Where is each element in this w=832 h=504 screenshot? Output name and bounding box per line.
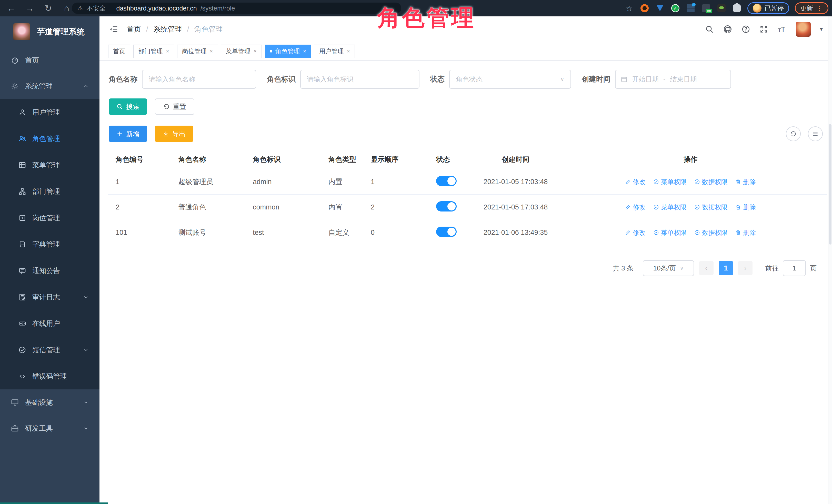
breadcrumb-system[interactable]: 系统管理 xyxy=(153,24,182,34)
sidebar-item-roles[interactable]: 角色管理 xyxy=(0,125,100,152)
github-icon[interactable] xyxy=(723,25,732,34)
extension-orange-icon[interactable] xyxy=(640,3,649,13)
menu-permission-action[interactable]: 菜单权限 xyxy=(653,178,686,186)
sidebar-item-system[interactable]: 系统管理 xyxy=(0,73,100,99)
tab-user[interactable]: 用户管理× xyxy=(314,45,355,58)
circle-check-icon xyxy=(653,204,659,210)
sidebar-item-dev-tools[interactable]: 研发工具 xyxy=(0,415,100,441)
breadcrumb-home[interactable]: 首页 xyxy=(127,24,141,34)
edit-action[interactable]: 修改 xyxy=(625,178,646,186)
status-toggle[interactable] xyxy=(436,176,457,186)
home-icon[interactable]: ⌂ xyxy=(61,3,72,13)
back-icon[interactable]: ← xyxy=(6,3,17,13)
caret-down-icon[interactable]: ▾ xyxy=(820,26,823,32)
tab-menu[interactable]: 菜单管理× xyxy=(221,45,262,58)
menu-permission-action[interactable]: 菜单权限 xyxy=(653,229,686,237)
help-icon[interactable] xyxy=(742,25,750,33)
sidebar-item-home[interactable]: 首页 xyxy=(0,47,100,73)
date-range-picker[interactable]: 开始日期 - 结束日期 xyxy=(615,70,731,89)
role-name-label: 角色名称 xyxy=(109,74,137,84)
sidebar-item-audit-log[interactable]: 审计日志 xyxy=(0,284,100,310)
svg-text:T: T xyxy=(781,25,785,33)
close-icon[interactable]: × xyxy=(254,48,257,55)
sidebar-collapse-icon[interactable] xyxy=(109,24,119,34)
extension-monkey-icon[interactable] xyxy=(717,3,726,13)
online-icon xyxy=(19,320,26,327)
table-row: 1 超级管理员 admin 内置 1 2021-01-05 17:03:48 修… xyxy=(108,169,827,194)
briefcase-icon xyxy=(11,424,19,432)
column-settings-button[interactable] xyxy=(808,126,823,141)
sidebar-item-dict[interactable]: 字典管理 xyxy=(0,231,100,257)
tab-role[interactable]: 角色管理× xyxy=(265,45,311,58)
bookmark-star-icon[interactable]: ☆ xyxy=(624,3,634,13)
extensions-puzzle-icon[interactable] xyxy=(732,3,742,13)
date-end-placeholder[interactable]: 结束日期 xyxy=(670,75,697,84)
data-permission-action[interactable]: 数据权限 xyxy=(694,203,728,212)
screen: ← → ↻ ⌂ ⚠ 不安全 dashboard.yudao.iocoder.cn… xyxy=(0,0,832,504)
role-key-input[interactable] xyxy=(300,70,419,89)
reload-icon[interactable]: ↻ xyxy=(43,3,54,13)
edit-action[interactable]: 修改 xyxy=(625,203,646,212)
search-button[interactable]: 搜索 xyxy=(109,99,147,115)
data-permission-action[interactable]: 数据权限 xyxy=(694,178,728,186)
sidebar-logo[interactable]: 芋道管理系统 xyxy=(0,17,100,47)
refresh-table-button[interactable] xyxy=(786,126,801,141)
chrome-menu-icon[interactable]: ⋮ xyxy=(816,4,823,12)
user-avatar[interactable] xyxy=(796,22,811,37)
status-toggle[interactable] xyxy=(436,227,457,237)
sidebar-item-sms[interactable]: 短信管理 xyxy=(0,337,100,363)
close-icon[interactable]: × xyxy=(347,48,350,55)
update-label: 更新 xyxy=(800,4,813,12)
sidebar-item-online-users[interactable]: 在线用户 xyxy=(0,310,100,337)
sidebar-item-users[interactable]: 用户管理 xyxy=(0,99,100,125)
extension-on-badge-icon[interactable]: on xyxy=(701,3,711,13)
extension-grid-icon[interactable] xyxy=(686,3,696,13)
next-page-button[interactable]: › xyxy=(738,261,753,275)
close-icon[interactable]: × xyxy=(303,48,306,55)
address-bar[interactable]: ⚠ 不安全 dashboard.yudao.iocoder.cn/system/… xyxy=(72,3,401,14)
tab-dept[interactable]: 部门管理× xyxy=(133,45,174,58)
page-1-button[interactable]: 1 xyxy=(719,261,733,275)
delete-action[interactable]: 删除 xyxy=(735,203,756,212)
extension-drop-icon[interactable] xyxy=(655,3,665,13)
role-name-input[interactable] xyxy=(142,70,256,89)
status-select[interactable]: 角色状态 ∨ xyxy=(449,70,571,89)
table-row: 101 测试账号 test 自定义 0 2021-01-06 13:49:35 … xyxy=(108,220,827,245)
sidebar-item-error-codes[interactable]: 错误码管理 xyxy=(0,363,100,390)
edit-icon xyxy=(625,230,631,235)
sidebar-item-posts[interactable]: 岗位管理 xyxy=(0,205,100,231)
sidebar-item-depts[interactable]: 部门管理 xyxy=(0,178,100,205)
close-icon[interactable]: × xyxy=(166,48,169,55)
delete-action[interactable]: 删除 xyxy=(735,229,756,237)
download-icon xyxy=(162,131,169,137)
font-size-icon[interactable]: TT xyxy=(777,25,787,33)
menu-permission-action[interactable]: 菜单权限 xyxy=(653,203,686,212)
close-icon[interactable]: × xyxy=(210,48,213,55)
extension-check-icon[interactable]: ✓ xyxy=(671,3,680,13)
goto-page-input[interactable] xyxy=(783,260,806,276)
forward-icon[interactable]: → xyxy=(24,3,35,13)
chrome-update-pill[interactable]: 更新 ⋮ xyxy=(795,2,828,14)
prev-page-button[interactable]: ‹ xyxy=(699,261,713,275)
search-icon[interactable] xyxy=(705,25,714,33)
sidebar-item-infrastructure[interactable]: 基础设施 xyxy=(0,390,100,415)
export-button[interactable]: 导出 xyxy=(155,126,193,142)
status-toggle[interactable] xyxy=(436,201,457,212)
table-tools xyxy=(786,126,823,141)
chevron-down-icon: ∨ xyxy=(560,76,564,83)
tab-post[interactable]: 岗位管理× xyxy=(177,45,218,58)
delete-action[interactable]: 删除 xyxy=(735,178,756,186)
date-start-placeholder[interactable]: 开始日期 xyxy=(632,75,659,84)
page-size-select[interactable]: 10条/页 ∨ xyxy=(643,260,694,276)
sidebar-item-menus[interactable]: 菜单管理 xyxy=(0,152,100,178)
page-scrollbar[interactable] xyxy=(828,17,832,504)
add-button[interactable]: 新增 xyxy=(109,126,147,142)
data-permission-action[interactable]: 数据权限 xyxy=(694,229,728,237)
scrollbar-thumb[interactable] xyxy=(829,124,831,244)
tab-home[interactable]: 首页 xyxy=(108,45,130,58)
edit-action[interactable]: 修改 xyxy=(625,229,646,237)
profile-paused-pill[interactable]: 已暂停 xyxy=(747,2,789,14)
sidebar-item-notice[interactable]: 通知公告 xyxy=(0,257,100,284)
fullscreen-icon[interactable] xyxy=(759,25,768,33)
reset-button[interactable]: 重置 xyxy=(155,99,194,115)
